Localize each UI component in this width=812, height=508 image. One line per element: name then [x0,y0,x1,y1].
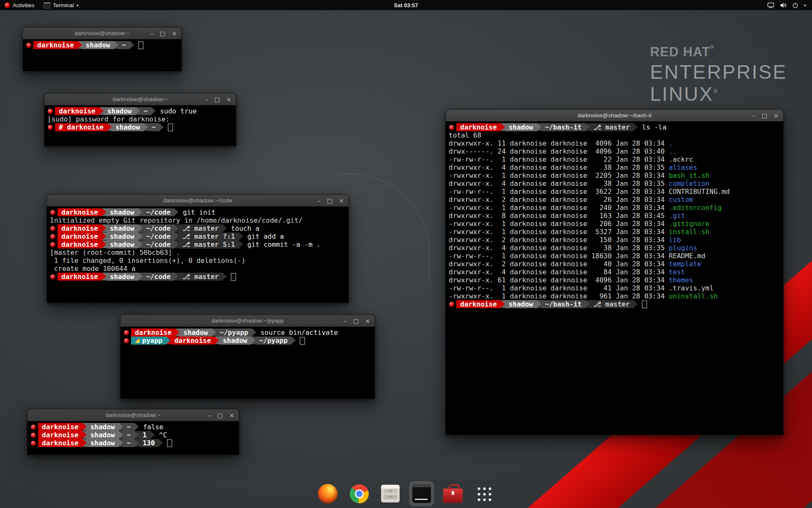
terminal-output-line: -rwxrwxr-x. 1 darknoise darknoise 206 Ja… [449,220,780,228]
terminal-prompt-line: darknoiseshadow~/bash-it⎇ master [449,300,780,308]
registered-mark: ® [710,44,714,50]
close-button[interactable]: × [229,412,234,418]
maximize-button[interactable]: □ [214,97,220,102]
volume-icon[interactable] [780,2,787,8]
titlebar[interactable]: darknoise@shadow:~ – □ × [27,409,239,421]
desktop: RED HAT® ENTERPRISE LINUX® Activities Te… [0,0,812,508]
dock-chrome[interactable] [347,481,371,506]
powerline-separator-icon [159,439,163,447]
terminal-cursor [168,124,173,131]
screen-share-icon[interactable] [767,2,774,8]
command-text: git init [178,208,215,216]
brand-redhat: RED HAT® [650,44,787,60]
chevron-down-icon: ▾ [804,3,806,8]
redhat-prompt-icon [50,242,55,247]
terminal-window-code: darknoise@shadow:~/code – □ × darknoises… [47,194,349,303]
redhat-prompt-icon [50,226,55,231]
powerline-separator-icon [82,431,87,439]
terminal-content[interactable]: darknoiseshadow~/bash-it⎇ masterls -lato… [446,121,783,310]
terminal-output-line: drwxrwxr-x. 8 darknoise darknoise 163 Ja… [449,212,780,220]
brand-linux: LINUX® [650,83,787,105]
dock-toolbox[interactable] [441,481,465,506]
terminal-output-line: -rwxrwxr-x. 1 darknoise darknoise 5327 J… [449,228,780,236]
prompt-segment-user: darknoise [33,41,78,49]
terminal-content[interactable]: darknoiseshadow~/codegit initInitialized… [47,207,348,282]
terminal-output-line: drwxrwxr-x. 4 darknoise darknoise 84 Jan… [449,268,780,276]
dock-terminal[interactable] [409,481,434,506]
powerline-separator-icon [174,240,178,248]
titlebar[interactable]: darknoise@shadow:~/code – □ × [47,195,348,207]
titlebar[interactable]: darknoise@shadow:~/pyapp – □ × [121,315,375,327]
terminal-prompt-line: darknoiseshadow~/codegit init [50,208,346,216]
activities-button[interactable]: Activities [0,0,39,10]
terminal-content[interactable]: darknoiseshadow~falsedarknoiseshadow~1^C… [27,421,239,449]
prompt-segment-host: shadow [87,431,119,439]
powerline-separator-icon [537,123,541,131]
minimize-button[interactable]: – [344,318,347,324]
close-button[interactable]: × [365,318,370,324]
power-icon[interactable] [792,2,798,8]
prompt-segment-path: ~/bash-it [541,123,586,131]
command-text: touch a [227,224,259,232]
maximize-button[interactable]: □ [327,198,332,204]
brand-enterprise-text: ENTERPRISE [650,61,787,83]
minimize-button[interactable]: – [752,113,755,119]
window-title: darknoise@shadow:~/bash-it [446,112,783,119]
minimize-button[interactable]: – [318,198,321,204]
maximize-button[interactable]: □ [160,30,165,36]
terminal-content[interactable]: darknoiseshadow~ [23,39,181,51]
app-menu-button[interactable]: Terminal ▾ [39,0,83,10]
dock-firefox[interactable] [315,481,340,506]
close-button[interactable]: × [226,97,231,102]
prompt-segment-git: ⎇ master ?:1 [178,232,239,240]
dock-app-grid[interactable] [472,481,497,506]
titlebar[interactable]: darknoise@shadow:~ – □ × [44,94,236,105]
powerline-separator-icon [138,208,143,216]
terminal-output-line: Initialized empty Git repository in /hom… [50,216,346,224]
clock[interactable]: Sat 03:57 [0,2,812,8]
close-button[interactable]: × [339,198,344,204]
maximize-button[interactable]: □ [762,113,767,119]
titlebar[interactable]: darknoise@shadow:~/bash-it – □ × [446,110,783,121]
titlebar[interactable]: darknoise@shadow:~ – □ × [23,28,181,39]
file-name: install.sh [669,228,709,236]
file-name: .ackrc [669,155,693,163]
prompt-segment-host: shadow [106,208,138,216]
powerline-separator-icon [138,224,143,232]
terminal-output-line: drwx------. 24 darknoise darknoise 4096 … [449,147,780,155]
redhat-logo-icon [5,3,10,8]
powerline-separator-icon [134,439,139,447]
terminal-content[interactable]: darknoiseshadow~sudo true[sudo] password… [44,105,236,133]
redhat-prompt-icon [31,441,36,446]
file-name: aliases [669,163,697,171]
prompt-segment-host: shadow [505,123,537,131]
prompt-segment-host: shadow [219,337,251,345]
powerline-separator-icon [151,431,155,439]
prompt-segment-user: darknoise [38,431,82,439]
terminal-output-line: total 68 [449,131,780,139]
file-name: .editorconfig [669,204,721,212]
output-text: drwxrwxr-x. 2 darknoise darknoise 26 Jan… [449,196,669,204]
dock-files[interactable] [378,481,403,506]
minimize-button[interactable]: – [208,412,211,418]
minimize-button[interactable]: – [151,30,154,36]
output-text: drwxrwxr-x. 4 darknoise darknoise 38 Jan… [449,163,669,171]
close-button[interactable]: × [172,30,177,36]
output-text: -rw-rw-r--. 1 darknoise darknoise 3622 J… [449,188,669,196]
maximize-button[interactable]: □ [217,412,223,418]
prompt-segment-user: darknoise [55,107,99,115]
command-text: source bin/activate [256,329,338,337]
output-text: total 68 [449,131,481,139]
maximize-button[interactable]: □ [353,318,359,324]
terminal-content[interactable]: darknoiseshadow~/pyappsource bin/activat… [121,327,375,346]
minimize-button[interactable]: – [205,97,208,102]
terminal-prompt-line: darknoiseshadow~/code⎇ master [50,273,346,281]
chrome-icon [350,484,369,503]
powerline-separator-icon [239,240,243,248]
terminal-output-line: drwxrwxr-x. 4 darknoise darknoise 38 Jan… [449,163,780,171]
redhat-prompt-icon [124,330,129,335]
powerline-separator-icon [119,431,123,439]
close-button[interactable]: × [774,113,779,119]
prompt-segment-user: darknoise [58,208,102,216]
file-name: lib [669,236,681,244]
